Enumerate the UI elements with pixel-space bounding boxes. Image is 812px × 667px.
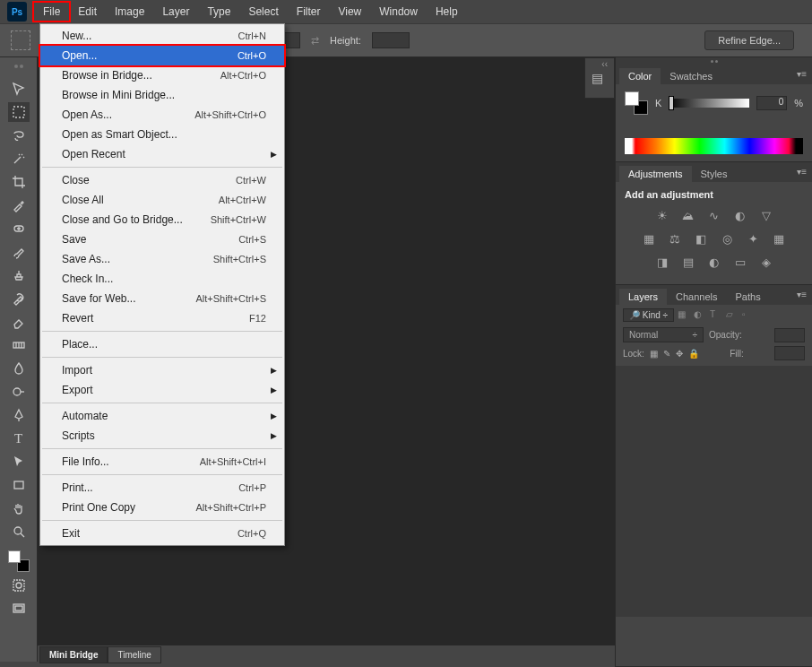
menuitem-open-[interactable]: Open...Ctrl+O bbox=[40, 46, 284, 65]
menu-view[interactable]: View bbox=[329, 3, 370, 21]
invert-icon[interactable]: ◨ bbox=[654, 254, 670, 270]
marquee-tool-preset-icon[interactable] bbox=[11, 30, 30, 50]
lock-move-icon[interactable]: ✥ bbox=[676, 349, 683, 359]
swap-icon[interactable]: ⇄ bbox=[311, 35, 319, 47]
zoom-tool[interactable] bbox=[8, 522, 30, 541]
menuitem-save[interactable]: SaveCtrl+S bbox=[40, 230, 284, 249]
blend-mode-select[interactable]: Normal ÷ bbox=[623, 327, 704, 342]
opacity-input[interactable] bbox=[774, 328, 805, 342]
panel-menu-icon[interactable]: ▾≡ bbox=[797, 167, 807, 177]
posterize-icon[interactable]: ▤ bbox=[680, 254, 696, 270]
refine-edge-button[interactable]: Refine Edge... bbox=[704, 30, 794, 50]
fill-input[interactable] bbox=[774, 346, 805, 360]
tab-styles[interactable]: Styles bbox=[692, 166, 737, 182]
menuitem-scripts[interactable]: Scripts▶ bbox=[40, 426, 284, 446]
menuitem-revert[interactable]: RevertF12 bbox=[40, 308, 284, 328]
path-selection-tool[interactable] bbox=[8, 452, 30, 472]
lock-all-icon[interactable]: 🔒 bbox=[688, 349, 699, 359]
color-slider[interactable] bbox=[669, 99, 749, 108]
filter-shape-icon[interactable]: ▱ bbox=[726, 309, 739, 322]
menuitem-close[interactable]: CloseCtrl+W bbox=[40, 170, 284, 190]
menuitem-open-as-[interactable]: Open As...Alt+Shift+Ctrl+O bbox=[40, 105, 284, 125]
filter-adjustment-icon[interactable]: ◐ bbox=[694, 309, 706, 322]
menuitem-check-in-[interactable]: Check In... bbox=[40, 269, 284, 289]
history-brush-tool[interactable] bbox=[8, 289, 30, 308]
menuitem-save-as-[interactable]: Save As...Shift+Ctrl+S bbox=[40, 249, 284, 269]
tab-color[interactable]: Color bbox=[619, 68, 661, 84]
photo-filter-icon[interactable]: ◎ bbox=[719, 230, 735, 247]
brightness-icon[interactable]: ☀ bbox=[654, 207, 670, 223]
hue-icon[interactable]: ▦ bbox=[641, 230, 657, 247]
history-icon[interactable]: ▤ bbox=[592, 71, 608, 87]
menu-help[interactable]: Help bbox=[427, 3, 467, 21]
menuitem-automate[interactable]: Automate▶ bbox=[40, 406, 284, 426]
menu-select[interactable]: Select bbox=[239, 3, 287, 21]
menuitem-close-and-go-to-bridge-[interactable]: Close and Go to Bridge...Shift+Ctrl+W bbox=[40, 210, 284, 230]
color-balance-icon[interactable]: ⚖ bbox=[667, 230, 683, 247]
lock-pixels-icon[interactable]: ▦ bbox=[650, 349, 658, 359]
tab-mini-bridge[interactable]: Mini Bridge bbox=[39, 646, 108, 663]
menu-edit[interactable]: Edit bbox=[69, 3, 106, 21]
magic-wand-tool[interactable] bbox=[8, 149, 30, 169]
tab-adjustments[interactable]: Adjustments bbox=[619, 166, 692, 182]
vibrance-icon[interactable]: ▽ bbox=[758, 207, 774, 223]
menuitem-export[interactable]: Export▶ bbox=[40, 380, 284, 400]
blur-tool[interactable] bbox=[8, 359, 30, 378]
tab-timeline[interactable]: Timeline bbox=[108, 646, 160, 663]
menuitem-browse-in-mini-bridge-[interactable]: Browse in Mini Bridge... bbox=[40, 85, 284, 105]
type-tool[interactable]: T bbox=[8, 429, 30, 448]
layer-filter-kind[interactable]: 🔎 Kind ÷ bbox=[623, 308, 674, 322]
levels-icon[interactable]: ⛰ bbox=[680, 207, 696, 223]
lock-position-icon[interactable]: ✎ bbox=[663, 349, 670, 359]
menuitem-open-recent[interactable]: Open Recent▶ bbox=[40, 144, 284, 164]
color-spectrum[interactable] bbox=[625, 138, 803, 154]
filter-type-icon[interactable]: T bbox=[710, 309, 722, 322]
brush-tool[interactable] bbox=[8, 242, 30, 262]
menuitem-print-one-copy[interactable]: Print One CopyAlt+Shift+Ctrl+P bbox=[40, 498, 284, 517]
menu-filter[interactable]: Filter bbox=[288, 3, 330, 21]
tab-paths[interactable]: Paths bbox=[727, 289, 770, 305]
exposure-icon[interactable]: ◐ bbox=[732, 207, 748, 223]
dodge-tool[interactable] bbox=[8, 382, 30, 402]
menuitem-file-info-[interactable]: File Info...Alt+Shift+Ctrl+I bbox=[40, 452, 284, 472]
lasso-tool[interactable] bbox=[8, 126, 30, 145]
filter-pixel-icon[interactable]: ▦ bbox=[678, 309, 690, 322]
panel-grip[interactable] bbox=[5, 65, 32, 72]
menuitem-print-[interactable]: Print...Ctrl+P bbox=[40, 478, 284, 498]
menuitem-close-all[interactable]: Close AllAlt+Ctrl+W bbox=[40, 190, 284, 210]
menuitem-save-for-web-[interactable]: Save for Web...Alt+Shift+Ctrl+S bbox=[40, 289, 284, 308]
threshold-icon[interactable]: ◐ bbox=[706, 254, 722, 270]
collapsed-dock[interactable]: ▤ bbox=[584, 57, 615, 99]
eyedropper-tool[interactable] bbox=[8, 195, 30, 215]
menu-file[interactable]: File bbox=[34, 3, 69, 21]
expand-arrow-icon[interactable]: ‹‹ bbox=[601, 59, 608, 69]
rectangle-tool[interactable] bbox=[8, 475, 30, 495]
menuitem-browse-in-bridge-[interactable]: Browse in Bridge...Alt+Ctrl+O bbox=[40, 65, 284, 85]
marquee-tool[interactable] bbox=[8, 102, 30, 122]
layers-list[interactable] bbox=[616, 366, 812, 617]
curves-icon[interactable]: ∿ bbox=[706, 207, 722, 223]
channel-mixer-icon[interactable]: ✦ bbox=[745, 230, 761, 247]
crop-tool[interactable] bbox=[8, 172, 30, 192]
menu-image[interactable]: Image bbox=[106, 3, 153, 21]
foreground-background-colors[interactable] bbox=[8, 550, 30, 572]
tab-channels[interactable]: Channels bbox=[667, 289, 726, 305]
height-input[interactable] bbox=[372, 32, 410, 48]
clone-stamp-tool[interactable] bbox=[8, 265, 30, 285]
healing-brush-tool[interactable] bbox=[8, 219, 30, 238]
gradient-tool[interactable] bbox=[8, 335, 30, 355]
selective-color-icon[interactable]: ◈ bbox=[758, 254, 774, 270]
menuitem-open-as-smart-object-[interactable]: Open as Smart Object... bbox=[40, 125, 284, 144]
menu-type[interactable]: Type bbox=[198, 3, 239, 21]
tab-swatches[interactable]: Swatches bbox=[661, 68, 721, 84]
tab-layers[interactable]: Layers bbox=[619, 289, 667, 305]
menuitem-place-[interactable]: Place... bbox=[40, 334, 284, 354]
menu-window[interactable]: Window bbox=[370, 3, 427, 21]
screen-mode-button[interactable] bbox=[8, 599, 30, 619]
filter-smart-icon[interactable]: ▫ bbox=[742, 309, 755, 322]
quick-mask-toggle[interactable] bbox=[8, 576, 30, 595]
bw-icon[interactable]: ◧ bbox=[693, 230, 709, 247]
menuitem-exit[interactable]: ExitCtrl+Q bbox=[40, 524, 284, 543]
move-tool[interactable] bbox=[8, 79, 30, 99]
menu-layer[interactable]: Layer bbox=[153, 3, 198, 21]
